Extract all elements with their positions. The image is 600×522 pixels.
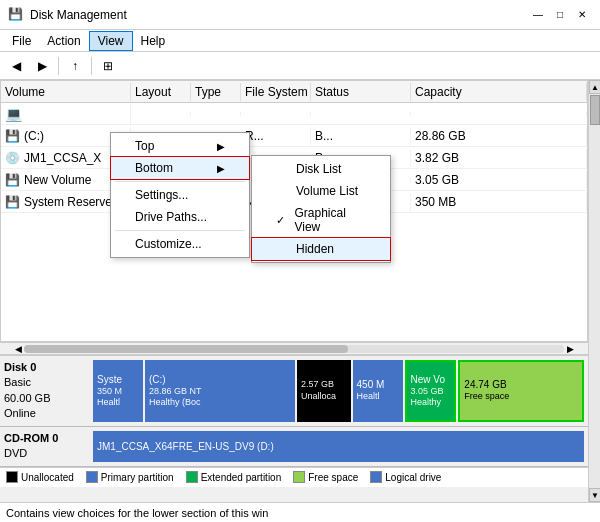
col-layout: Layout <box>131 83 191 101</box>
disk-part-newvol[interactable]: New Vo 3.05 GB Healthy <box>405 360 457 422</box>
up-button[interactable]: ↑ <box>63 55 87 77</box>
col-type: Type <box>191 83 241 101</box>
window-title: Disk Management <box>30 8 127 22</box>
minimize-button[interactable]: — <box>528 5 548 25</box>
submenu-graphicalview[interactable]: ✓ Graphical View <box>252 202 390 238</box>
submenu-volumelist[interactable]: Volume List <box>252 180 390 202</box>
legend-color-unalloc <box>6 471 18 483</box>
disk-0-parts: Syste 350 M Healtl (C:) 28.86 GB NT Heal… <box>93 360 584 422</box>
menu-view[interactable]: View <box>89 31 133 51</box>
scroll-right-btn[interactable]: ▶ <box>564 344 576 354</box>
menu-help[interactable]: Help <box>133 32 174 50</box>
legend-bar: Unallocated Primary partition Extended p… <box>0 467 588 487</box>
status-bar: Contains view choices for the lower sect… <box>0 502 600 522</box>
vscroll-thumb[interactable] <box>590 95 600 125</box>
cdrom-part[interactable]: JM1_CCSA_X64FRE_EN-US_DV9 (D:) <box>93 431 584 462</box>
app-icon: 💾 <box>8 7 24 23</box>
view-menu-dropdown: Top ▶ Bottom ▶ Settings... Drive Paths..… <box>110 132 250 258</box>
submenu-disklist[interactable]: Disk List <box>252 158 390 180</box>
legend-free: Free space <box>293 471 358 483</box>
view-menu-drivepaths[interactable]: Drive Paths... <box>111 206 249 228</box>
close-button[interactable]: ✕ <box>572 5 592 25</box>
menu-bar: File Action View Help <box>0 30 600 52</box>
legend-extended: Extended partition <box>186 471 282 483</box>
col-fs: File System <box>241 83 311 101</box>
status-text: Contains view choices for the lower sect… <box>6 507 268 519</box>
menu-separator-2 <box>115 230 245 231</box>
toolbar-separator <box>58 57 59 75</box>
disk-part-system[interactable]: Syste 350 M Healtl <box>93 360 143 422</box>
legend-primary: Primary partition <box>86 471 174 483</box>
grid-button[interactable]: ⊞ <box>96 55 120 77</box>
table-row[interactable]: 💾 (C:) R... B... 28.86 GB <box>1 125 587 147</box>
view-menu-customize[interactable]: Customize... <box>111 233 249 255</box>
window-controls: — □ ✕ <box>528 5 592 25</box>
table-header: Volume Layout Type File System Status Ca… <box>1 81 587 103</box>
cdrom-info: CD-ROM 0 DVD <box>4 431 89 462</box>
maximize-button[interactable]: □ <box>550 5 570 25</box>
title-bar: 💾 Disk Management — □ ✕ <box>0 0 600 30</box>
menu-action[interactable]: Action <box>39 32 88 50</box>
disk-part-c[interactable]: (C:) 28.86 GB NT Healthy (Boc <box>145 360 295 422</box>
vscroll-track <box>589 94 600 488</box>
legend-color-primary <box>86 471 98 483</box>
scroll-track <box>24 345 564 353</box>
view-menu-bottom[interactable]: Bottom ▶ <box>111 157 249 179</box>
vertical-scrollbar[interactable]: ▲ ▼ <box>588 80 600 502</box>
view-menu-settings[interactable]: Settings... <box>111 184 249 206</box>
disk-part-free[interactable]: 24.74 GB Free space <box>458 360 584 422</box>
legend-color-free <box>293 471 305 483</box>
toolbar-separator-2 <box>91 57 92 75</box>
horizontal-scrollbar[interactable]: ◀ ▶ <box>0 342 588 354</box>
forward-button[interactable]: ▶ <box>30 55 54 77</box>
legend-color-logical <box>370 471 382 483</box>
disk-part-450[interactable]: 450 M Healtl <box>353 360 403 422</box>
toolbar: ◀ ▶ ↑ ⊞ <box>0 52 600 80</box>
scroll-left-btn[interactable]: ◀ <box>12 344 24 354</box>
col-capacity: Capacity <box>411 83 587 101</box>
scroll-thumb[interactable] <box>24 345 348 353</box>
check-icon: ✓ <box>276 214 288 227</box>
col-status: Status <box>311 83 411 101</box>
row-icon: 💻 <box>1 104 131 124</box>
legend-logical: Logical drive <box>370 471 441 483</box>
disk-row-cdrom: CD-ROM 0 DVD JM1_CCSA_X64FRE_EN-US_DV9 (… <box>0 427 588 467</box>
table-row[interactable]: 💻 <box>1 103 587 125</box>
bottom-submenu: Disk List Volume List ✓ Graphical View H… <box>251 155 391 263</box>
back-button[interactable]: ◀ <box>4 55 28 77</box>
main-content: Volume Layout Type File System Status Ca… <box>0 80 600 502</box>
chevron-right-icon: ▶ <box>217 163 225 174</box>
cdrom-parts: JM1_CCSA_X64FRE_EN-US_DV9 (D:) <box>93 431 584 462</box>
scroll-up-btn[interactable]: ▲ <box>589 80 600 94</box>
legend-unallocated: Unallocated <box>6 471 74 483</box>
disk-part-unalloc[interactable]: 2.57 GB Unalloca <box>297 360 350 422</box>
submenu-hidden[interactable]: Hidden <box>252 238 390 260</box>
scroll-down-btn[interactable]: ▼ <box>589 488 600 502</box>
menu-file[interactable]: File <box>4 32 39 50</box>
col-volume: Volume <box>1 83 131 101</box>
disk-0-info: Disk 0 Basic 60.00 GB Online <box>4 360 89 422</box>
chevron-right-icon: ▶ <box>217 141 225 152</box>
legend-color-extended <box>186 471 198 483</box>
disk-row-0: Disk 0 Basic 60.00 GB Online Syste 350 M… <box>0 356 588 427</box>
menu-separator <box>115 181 245 182</box>
view-menu-top[interactable]: Top ▶ <box>111 135 249 157</box>
disk-area: Disk 0 Basic 60.00 GB Online Syste 350 M… <box>0 354 588 502</box>
